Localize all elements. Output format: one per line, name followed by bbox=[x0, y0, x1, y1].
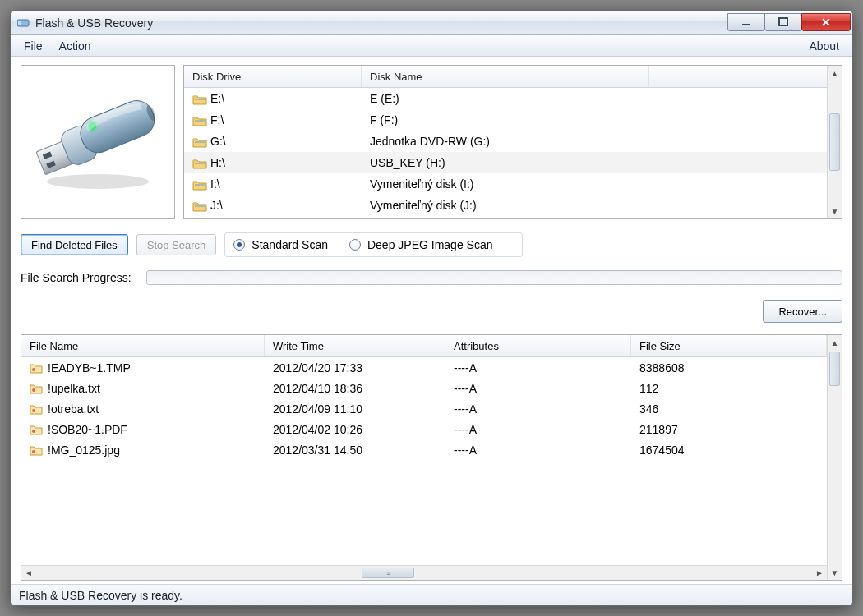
svg-rect-3 bbox=[779, 18, 787, 25]
menu-action[interactable]: Action bbox=[51, 38, 99, 54]
file-size: 346 bbox=[639, 402, 658, 416]
folder-icon bbox=[192, 158, 205, 168]
svg-rect-2 bbox=[742, 24, 750, 25]
attributes: ----A bbox=[454, 402, 477, 416]
drive-list-scrollbar[interactable]: ▲ ▼ bbox=[827, 66, 842, 218]
drive-letter: G:\ bbox=[210, 135, 226, 148]
svg-point-4 bbox=[47, 174, 149, 189]
scroll-right-icon[interactable]: ► bbox=[812, 568, 827, 577]
drive-name: USB_KEY (H:) bbox=[370, 156, 445, 169]
radio-standard-label: Standard Scan bbox=[252, 238, 328, 251]
drive-name: E (E:) bbox=[370, 92, 399, 105]
column-attributes[interactable]: Attributes bbox=[445, 335, 631, 356]
svg-point-13 bbox=[32, 368, 35, 371]
stop-search-button: Stop Search bbox=[136, 234, 217, 255]
column-disk-name[interactable]: Disk Name bbox=[362, 66, 649, 87]
window-controls: ✕ bbox=[728, 14, 851, 31]
app-icon bbox=[17, 18, 30, 28]
folder-icon bbox=[192, 115, 205, 125]
drive-row[interactable]: I:\Vymeniteľný disk (I:) bbox=[184, 173, 827, 195]
drive-name: Jednotka DVD-RW (G:) bbox=[370, 135, 490, 148]
drive-name: Vymeniteľný disk (I:) bbox=[370, 177, 474, 191]
file-name: !SOB20~1.PDF bbox=[48, 423, 127, 436]
scroll-thumb[interactable] bbox=[829, 352, 840, 386]
attributes: ----A bbox=[454, 423, 477, 436]
folder-icon bbox=[192, 179, 205, 189]
folder-icon bbox=[192, 200, 205, 210]
drive-letter: I:\ bbox=[210, 177, 220, 191]
progress-label: File Search Progress: bbox=[21, 271, 132, 284]
maximize-button[interactable] bbox=[764, 13, 802, 31]
scroll-up-icon[interactable]: ▲ bbox=[828, 66, 842, 80]
menu-about[interactable]: About bbox=[801, 38, 847, 54]
drive-row[interactable]: J:\Vymeniteľný disk (J:) bbox=[184, 195, 827, 216]
files-list: File Name Write Time Attributes File Siz… bbox=[21, 334, 842, 581]
progress-bar bbox=[146, 270, 842, 285]
status-bar: Flash & USB Recovery is ready. bbox=[11, 584, 852, 605]
drive-row[interactable]: F:\F (F:) bbox=[184, 109, 827, 131]
attributes: ----A bbox=[454, 444, 477, 457]
drive-row[interactable]: G:\Jednotka DVD-RW (G:) bbox=[184, 131, 827, 152]
attributes: ----A bbox=[454, 361, 477, 375]
column-file-size[interactable]: File Size bbox=[631, 335, 827, 356]
minimize-button[interactable] bbox=[727, 13, 765, 31]
hscroll-thumb[interactable] bbox=[362, 568, 414, 578]
column-write-time[interactable]: Write Time bbox=[265, 335, 445, 356]
scroll-thumb[interactable] bbox=[829, 113, 840, 171]
write-time: 2012/04/09 11:10 bbox=[273, 402, 362, 416]
radio-dot-icon bbox=[233, 239, 245, 251]
files-list-header: File Name Write Time Attributes File Siz… bbox=[21, 335, 827, 357]
drive-letter: E:\ bbox=[210, 92, 224, 105]
file-size: 1674504 bbox=[639, 444, 685, 457]
file-row[interactable]: !MG_0125.jpg2012/03/31 14:50----A1674504 bbox=[21, 439, 827, 460]
column-extra[interactable] bbox=[649, 66, 827, 87]
column-disk-drive[interactable]: Disk Drive bbox=[184, 66, 362, 87]
file-icon bbox=[30, 444, 43, 456]
files-horizontal-scrollbar[interactable]: ◄ ► bbox=[21, 565, 827, 580]
radio-dot-icon bbox=[349, 239, 361, 251]
menu-file[interactable]: File bbox=[16, 38, 51, 54]
file-icon bbox=[30, 362, 43, 374]
titlebar[interactable]: Flash & USB Recovery ✕ bbox=[11, 11, 852, 35]
file-name: !upelka.txt bbox=[48, 382, 100, 395]
file-icon bbox=[30, 403, 43, 415]
scroll-left-icon[interactable]: ◄ bbox=[21, 568, 36, 577]
file-row[interactable]: !upelka.txt2012/04/10 18:36----A112 bbox=[21, 378, 827, 398]
svg-point-17 bbox=[32, 450, 35, 453]
folder-icon bbox=[192, 94, 205, 103]
recover-button[interactable]: Recover... bbox=[763, 300, 842, 323]
close-button[interactable]: ✕ bbox=[801, 13, 851, 31]
file-row[interactable]: !SOB20~1.PDF2012/04/02 10:26----A211897 bbox=[21, 419, 827, 439]
drive-name: F (F:) bbox=[370, 113, 398, 126]
file-name: !otreba.txt bbox=[48, 402, 99, 416]
file-icon bbox=[30, 424, 43, 435]
file-row-partial bbox=[21, 460, 827, 471]
drive-list: Disk Drive Disk Name E:\E (E:)F:\F (F:)G… bbox=[183, 65, 842, 219]
drive-list-header: Disk Drive Disk Name bbox=[184, 66, 827, 88]
radio-deep-scan[interactable]: Deep JPEG Image Scan bbox=[349, 238, 493, 251]
radio-standard-scan[interactable]: Standard Scan bbox=[233, 238, 328, 251]
scroll-down-icon[interactable]: ▼ bbox=[828, 565, 842, 580]
usb-image bbox=[21, 65, 175, 219]
drive-row[interactable]: E:\E (E:) bbox=[184, 88, 827, 109]
drive-row[interactable]: H:\USB_KEY (H:) bbox=[184, 152, 827, 173]
file-row[interactable]: !otreba.txt2012/04/09 11:10----A346 bbox=[21, 398, 827, 419]
window-title: Flash & USB Recovery bbox=[35, 16, 728, 30]
write-time: 2012/04/10 18:36 bbox=[273, 382, 362, 395]
drive-letter: H:\ bbox=[210, 156, 225, 169]
file-row[interactable]: !EADYB~1.TMP2012/04/20 17:33----A8388608 bbox=[21, 357, 827, 378]
file-size: 211897 bbox=[639, 423, 678, 436]
scroll-up-icon[interactable]: ▲ bbox=[828, 335, 842, 350]
window: Flash & USB Recovery ✕ File Action About bbox=[10, 10, 853, 606]
menubar: File Action About bbox=[11, 35, 852, 57]
write-time: 2012/03/31 14:50 bbox=[273, 444, 362, 457]
find-deleted-files-button[interactable]: Find Deleted Files bbox=[21, 234, 128, 255]
files-vertical-scrollbar[interactable]: ▲ ▼ bbox=[827, 335, 842, 580]
svg-rect-1 bbox=[18, 21, 21, 25]
scroll-down-icon[interactable]: ▼ bbox=[828, 204, 842, 218]
file-name: !EADYB~1.TMP bbox=[48, 361, 131, 375]
write-time: 2012/04/20 17:33 bbox=[273, 361, 362, 375]
write-time: 2012/04/02 10:26 bbox=[273, 423, 362, 436]
column-file-name[interactable]: File Name bbox=[21, 335, 265, 356]
drive-letter: J:\ bbox=[210, 199, 223, 212]
